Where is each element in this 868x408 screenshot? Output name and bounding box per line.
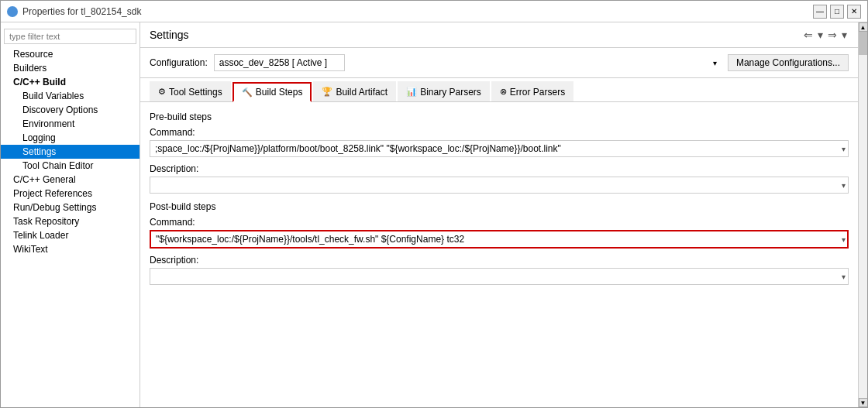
nav-back-button[interactable]: ⇐ — [802, 29, 815, 41]
sidebar-item-resource[interactable]: Resource — [1, 47, 140, 61]
sidebar-item-cpp-general[interactable]: C/C++ General — [1, 173, 140, 187]
content-area: Resource Builders C/C++ Build Build Vari… — [1, 22, 867, 407]
sidebar-item-cpp-build[interactable]: C/C++ Build — [1, 75, 140, 89]
post-build-command-label: Command: — [150, 217, 849, 228]
binary-parsers-icon: 📊 — [406, 87, 417, 97]
close-button[interactable]: ✕ — [847, 5, 861, 19]
pre-build-section: Pre-build steps Command: ▾ Description: … — [150, 111, 849, 194]
nav-forward-dropdown-button[interactable]: ▾ — [840, 29, 849, 41]
sidebar-item-telink-loader[interactable]: Telink Loader — [1, 228, 140, 242]
pre-build-command-input[interactable] — [150, 140, 849, 157]
maximize-button[interactable]: □ — [830, 5, 844, 19]
sidebar-item-builders[interactable]: Builders — [1, 61, 140, 75]
sidebar-item-run-debug-settings[interactable]: Run/Debug Settings — [1, 201, 140, 214]
tab-build-artifact-label: Build Artifact — [336, 87, 388, 98]
nav-forward-button[interactable]: ⇒ — [826, 29, 839, 41]
error-parsers-icon: ⊗ — [500, 87, 507, 97]
sidebar-item-environment[interactable]: Environment — [1, 117, 140, 131]
build-steps-icon: 🔨 — [242, 87, 253, 98]
minimize-button[interactable]: — — [813, 5, 827, 19]
nav-arrows: ⇐ ▾ ⇒ ▾ — [802, 29, 849, 41]
config-bar: Configuration: assoc_dev_8258 [ Active ]… — [140, 48, 858, 78]
pre-build-description-row: ▾ — [150, 177, 849, 194]
tab-binary-parsers[interactable]: 📊 Binary Parsers — [398, 81, 490, 101]
tab-binary-parsers-label: Binary Parsers — [420, 87, 481, 98]
scroll-thumb[interactable] — [859, 32, 867, 55]
tabs-bar: ⚙ Tool Settings 🔨 Build Steps 🏆 Build Ar… — [140, 78, 858, 102]
panel-content: Pre-build steps Command: ▾ Description: … — [140, 102, 858, 407]
sidebar-item-build-variables[interactable]: Build Variables — [1, 89, 140, 103]
properties-window: Properties for tl_802154_sdk — □ ✕ Resou… — [0, 0, 868, 408]
pre-build-description-input[interactable] — [150, 177, 849, 194]
sidebar-item-project-references[interactable]: Project References — [1, 187, 140, 201]
sidebar-item-logging[interactable]: Logging — [1, 131, 140, 145]
post-build-description-input[interactable] — [150, 268, 849, 285]
settings-header: Settings ⇐ ▾ ⇒ ▾ — [140, 22, 858, 48]
filter-input[interactable] — [4, 29, 136, 44]
post-build-command-row: ▾ — [150, 230, 849, 249]
sidebar-item-discovery-options[interactable]: Discovery Options — [1, 103, 140, 117]
title-controls: — □ ✕ — [813, 5, 861, 19]
tab-error-parsers[interactable]: ⊗ Error Parsers — [491, 81, 574, 101]
post-build-description-label: Description: — [150, 255, 849, 266]
post-build-description-row: ▾ — [150, 268, 849, 285]
tab-build-steps[interactable]: 🔨 Build Steps — [232, 82, 312, 102]
pre-build-command-row: ▾ — [150, 140, 849, 157]
scroll-down-button[interactable]: ▼ — [859, 398, 868, 407]
settings-title: Settings — [150, 29, 189, 41]
right-scrollbar: ▲ ▼ — [858, 22, 867, 407]
sidebar-item-task-repository[interactable]: Task Repository — [1, 214, 140, 228]
build-artifact-icon: 🏆 — [322, 87, 332, 97]
tab-build-artifact[interactable]: 🏆 Build Artifact — [313, 81, 396, 101]
tab-tool-settings-label: Tool Settings — [169, 87, 222, 98]
configuration-label: Configuration: — [150, 57, 208, 68]
pre-build-description-label: Description: — [150, 163, 849, 174]
configuration-select[interactable]: assoc_dev_8258 [ Active ] — [214, 54, 345, 71]
sidebar-item-wikitext[interactable]: WikiText — [1, 242, 140, 256]
sidebar-item-settings[interactable]: Settings — [1, 145, 140, 159]
sidebar: Resource Builders C/C++ Build Build Vari… — [1, 22, 140, 407]
tab-tool-settings[interactable]: ⚙ Tool Settings — [150, 81, 231, 101]
scroll-up-button[interactable]: ▲ — [859, 22, 868, 32]
post-build-command-input[interactable] — [150, 230, 849, 249]
tab-build-steps-label: Build Steps — [256, 87, 303, 98]
post-build-title: Post-build steps — [150, 201, 849, 212]
title-bar-left: Properties for tl_802154_sdk — [7, 6, 141, 17]
nav-dropdown-button[interactable]: ▾ — [816, 29, 825, 41]
pre-build-title: Pre-build steps — [150, 111, 849, 122]
configuration-select-wrapper: assoc_dev_8258 [ Active ] — [214, 54, 722, 71]
tool-settings-icon: ⚙ — [158, 87, 166, 97]
title-bar: Properties for tl_802154_sdk — □ ✕ — [1, 1, 867, 22]
window-icon — [7, 6, 18, 17]
main-panel: Settings ⇐ ▾ ⇒ ▾ Configuration: assoc_de… — [140, 22, 858, 407]
scroll-track[interactable] — [859, 32, 867, 398]
post-build-section: Post-build steps Command: ▾ Description:… — [150, 201, 849, 285]
pre-build-command-label: Command: — [150, 127, 849, 138]
tab-error-parsers-label: Error Parsers — [510, 87, 565, 98]
window-title: Properties for tl_802154_sdk — [22, 6, 141, 17]
sidebar-item-tool-chain-editor[interactable]: Tool Chain Editor — [1, 159, 140, 173]
manage-configurations-button[interactable]: Manage Configurations... — [728, 54, 849, 71]
